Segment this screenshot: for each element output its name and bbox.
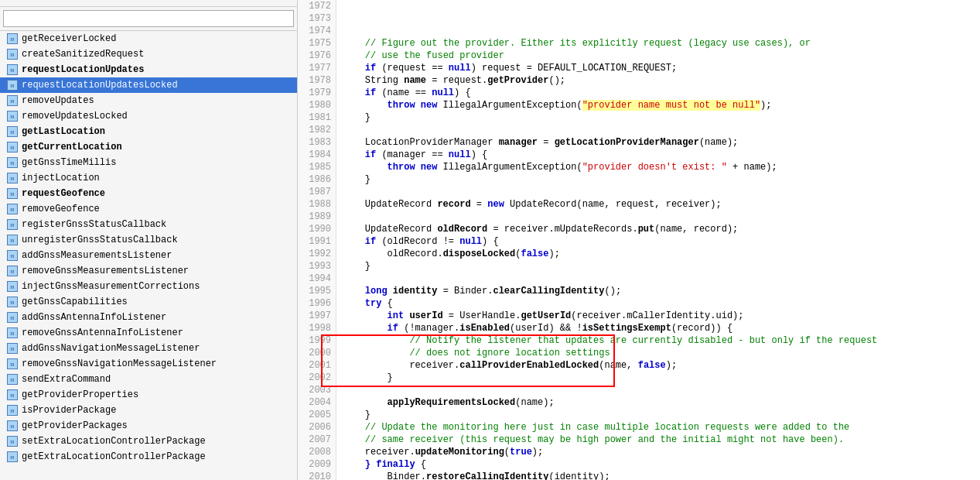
line-number: 1982 (298, 124, 336, 136)
line-number: 2002 (298, 372, 336, 384)
method-icon: m (6, 125, 19, 138)
symbol-item[interactable]: mremoveGnssAntennaInfoListener (0, 325, 297, 341)
symbol-item[interactable]: mgetReceiverLocked (0, 31, 297, 46)
line-number: 1977 (298, 62, 336, 74)
symbol-item[interactable]: mgetCurrentLocation (0, 139, 297, 155)
line-number: 2007 (298, 434, 336, 446)
line-number: 1989 (298, 211, 336, 223)
symbol-item[interactable]: mgetProviderPackages (0, 418, 297, 434)
file-title (0, 0, 297, 7)
symbol-label: createSanitizedRequest (22, 49, 144, 60)
search-box[interactable] (0, 7, 297, 31)
symbol-label: getProviderPackages (22, 420, 128, 431)
code-editor[interactable]: 1972197319741975197619771978197919801981… (298, 0, 980, 480)
method-icon: m (6, 296, 19, 308)
method-icon: m (6, 63, 19, 76)
symbol-label: setExtraLocationControllerPackage (22, 436, 206, 447)
line-number: 1981 (298, 111, 336, 124)
code-line (343, 211, 974, 223)
method-icon: m (6, 187, 19, 200)
symbol-label: removeGeofence (22, 204, 100, 214)
method-icon: m (6, 249, 19, 262)
code-line: Binder.restoreCallingIdentity(identity); (343, 471, 974, 480)
symbol-item[interactable]: mremoveGnssMeasurementsListener (0, 263, 297, 279)
symbol-label: addGnssAntennaInfoListener (22, 312, 166, 323)
line-number: 1975 (298, 37, 336, 50)
code-line: if (oldRecord != null) { (343, 235, 974, 248)
symbol-label: removeUpdatesLocked (22, 111, 128, 122)
code-line: // Notify the listener that updates are … (343, 334, 974, 347)
code-line: String name = request.getProvider(); (343, 74, 974, 87)
symbol-label: injectLocation (22, 173, 100, 183)
symbol-item[interactable]: msendExtraCommand (0, 372, 297, 387)
symbol-item[interactable]: mgetGnssCapabilities (0, 294, 297, 310)
symbol-label: unregisterGnssStatusCallback (22, 235, 178, 245)
symbol-label: getReceiverLocked (22, 33, 116, 44)
method-icon: m (6, 373, 19, 386)
code-line (343, 384, 974, 396)
method-icon: m (6, 404, 19, 417)
code-line: // use the fused provider (343, 50, 974, 62)
code-line: int userId = UserHandle.getUserId(receiv… (343, 310, 974, 322)
code-content: // Figure out the provider. Either its e… (336, 0, 980, 480)
symbol-item[interactable]: mgetExtraLocationControllerPackage (0, 449, 297, 465)
symbol-item[interactable]: mgetProviderProperties (0, 387, 297, 403)
line-number: 1986 (298, 173, 336, 186)
symbol-label: sendExtraCommand (22, 374, 111, 385)
method-icon: m (6, 203, 19, 215)
symbol-item[interactable]: maddGnssNavigationMessageListener (0, 341, 297, 356)
code-line: throw new IllegalArgumentException("prov… (343, 161, 974, 173)
line-number: 2008 (298, 446, 336, 458)
code-line: throw new IllegalArgumentException("prov… (343, 99, 974, 111)
symbol-item[interactable]: misProviderPackage (0, 403, 297, 418)
symbol-item[interactable]: minjectLocation (0, 170, 297, 186)
symbol-label: addGnssNavigationMessageListener (22, 343, 200, 354)
symbol-item[interactable]: mrequestLocationUpdatesLocked (0, 77, 297, 93)
symbol-label: getExtraLocationControllerPackage (22, 451, 206, 462)
method-icon: m (6, 218, 19, 231)
symbol-item[interactable]: minjectGnssMeasurementCorrections (0, 279, 297, 294)
code-line: if (name == null) { (343, 87, 974, 99)
symbol-item[interactable]: mremoveUpdates (0, 93, 297, 108)
line-number: 1978 (298, 74, 336, 87)
code-line: } (343, 111, 974, 124)
symbol-list: mgetReceiverLockedmcreateSanitizedReques… (0, 31, 297, 480)
symbol-label: removeGnssNavigationMessageListener (22, 358, 217, 369)
symbol-label: removeGnssAntennaInfoListener (22, 327, 183, 338)
method-icon: m (6, 420, 19, 432)
code-line: oldRecord.disposeLocked(false); (343, 248, 974, 260)
line-number: 1974 (298, 25, 336, 37)
method-icon: m (6, 79, 19, 91)
symbol-search-input[interactable] (3, 10, 294, 27)
method-icon: m (6, 265, 19, 277)
method-icon: m (6, 358, 19, 370)
symbol-item[interactable]: mregisterGnssStatusCallback (0, 217, 297, 232)
symbol-item[interactable]: munregisterGnssStatusCallback (0, 232, 297, 248)
symbol-item[interactable]: mremoveGnssNavigationMessageListener (0, 356, 297, 372)
symbol-item[interactable]: mremoveGeofence (0, 201, 297, 217)
symbol-item[interactable]: mcreateSanitizedRequest (0, 46, 297, 62)
code-area: 1972197319741975197619771978197919801981… (298, 0, 980, 480)
symbol-item[interactable]: mgetLastLocation (0, 124, 297, 139)
line-number: 1980 (298, 99, 336, 111)
method-icon: m (6, 389, 19, 401)
code-line: if (manager == null) { (343, 149, 974, 161)
method-icon: m (6, 342, 19, 355)
symbol-item[interactable]: mrequestLocationUpdates (0, 62, 297, 77)
line-number: 1995 (298, 285, 336, 297)
line-number: 2004 (298, 396, 336, 409)
symbol-item[interactable]: msetExtraLocationControllerPackage (0, 434, 297, 449)
line-number: 1993 (298, 260, 336, 273)
code-line: // Update the monitoring here just in ca… (343, 421, 974, 434)
method-icon: m (6, 435, 19, 447)
symbol-item[interactable]: mrequestGeofence (0, 186, 297, 201)
symbol-item[interactable]: mgetGnssTimeMillis (0, 155, 297, 170)
symbol-item[interactable]: maddGnssAntennaInfoListener (0, 310, 297, 325)
code-line: if (!manager.isEnabled(userId) && !isSet… (343, 322, 974, 334)
line-number: 1996 (298, 297, 336, 310)
code-line: LocationProviderManager manager = getLoc… (343, 136, 974, 149)
symbol-item[interactable]: mremoveUpdatesLocked (0, 108, 297, 124)
symbol-item[interactable]: maddGnssMeasurementsListener (0, 248, 297, 263)
code-line: receiver.callProviderEnabledLocked(name,… (343, 359, 974, 372)
symbol-label: getGnssCapabilities (22, 297, 128, 307)
